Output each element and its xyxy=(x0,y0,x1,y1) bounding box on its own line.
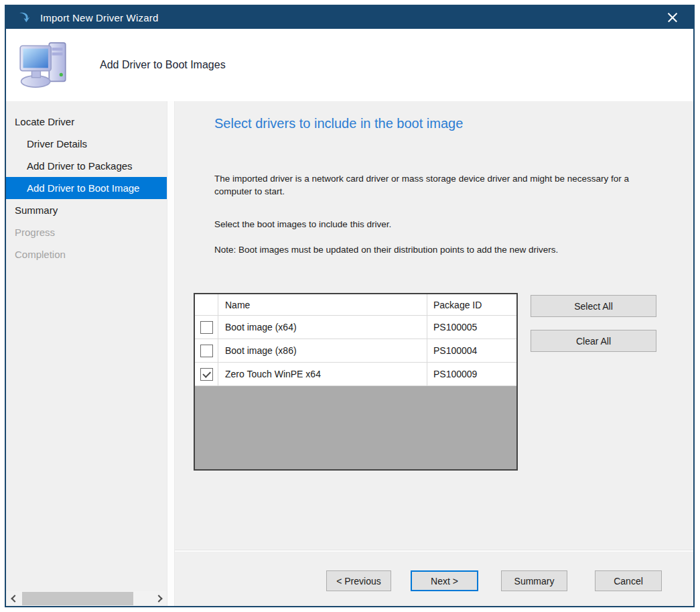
content-heading: Select drivers to include in the boot im… xyxy=(214,116,463,131)
package-id: PS100004 xyxy=(427,339,516,362)
footer-divider xyxy=(175,550,693,552)
scroll-left-button[interactable] xyxy=(6,591,21,606)
table-header-row: Name Package ID xyxy=(195,294,516,316)
select-all-button[interactable]: Select All xyxy=(531,295,656,317)
wizard-steps-sidebar: Locate Driver Driver Details Add Driver … xyxy=(6,101,167,606)
row-checkbox[interactable] xyxy=(200,321,213,334)
package-id: PS100009 xyxy=(427,363,516,385)
boot-image-name: Boot image (x64) xyxy=(218,316,427,339)
intro-text: The imported driver is a network card dr… xyxy=(214,172,659,198)
wizard-header: Add Driver to Boot Images xyxy=(6,29,693,101)
close-button[interactable] xyxy=(657,6,688,29)
sidebar-item-label: Progress xyxy=(15,227,55,238)
next-button[interactable]: Next > xyxy=(411,570,478,591)
sidebar-item-label: Summary xyxy=(15,204,58,216)
chevron-right-icon xyxy=(155,595,162,602)
summary-button[interactable]: Summary xyxy=(501,570,567,591)
content-pane: Select drivers to include in the boot im… xyxy=(175,101,693,606)
sidebar-item-completion[interactable]: Completion xyxy=(6,243,167,265)
scrollbar-thumb[interactable] xyxy=(22,592,133,605)
boot-image-name: Boot image (x86) xyxy=(218,339,427,362)
sidebar-item-label: Add Driver to Boot Image xyxy=(27,182,139,194)
page-title: Add Driver to Boot Images xyxy=(100,59,226,71)
package-id-column-header: Package ID xyxy=(427,294,516,315)
instruction-text: Select the boot images to include this d… xyxy=(214,218,659,231)
sidebar-item-locate-driver[interactable]: Locate Driver xyxy=(6,111,167,133)
window-title: Import New Driver Wizard xyxy=(40,12,657,23)
boot-images-table: Name Package ID Boot image (x64) PS10000… xyxy=(194,293,518,471)
sidebar-item-progress[interactable]: Progress xyxy=(6,221,167,243)
previous-button[interactable]: < Previous xyxy=(326,570,391,591)
scroll-right-button[interactable] xyxy=(152,591,167,606)
sidebar-item-label: Locate Driver xyxy=(15,116,74,127)
sidebar-horizontal-scrollbar[interactable] xyxy=(6,591,167,606)
sidebar-content-divider xyxy=(167,101,175,606)
checkbox-column-header xyxy=(195,294,218,315)
table-empty-area xyxy=(195,386,516,469)
sidebar-item-add-driver-to-packages[interactable]: Add Driver to Packages xyxy=(6,155,167,177)
sidebar-item-label: Driver Details xyxy=(27,138,87,149)
sidebar-item-summary[interactable]: Summary xyxy=(6,199,167,221)
wizard-window: Import New Driver Wizard xyxy=(5,5,695,607)
chevron-left-icon xyxy=(11,595,18,602)
package-id: PS100005 xyxy=(427,316,516,339)
table-row[interactable]: Zero Touch WinPE x64 PS100009 xyxy=(195,363,516,386)
table-row[interactable]: Boot image (x86) PS100004 xyxy=(195,339,516,363)
title-bar: Import New Driver Wizard xyxy=(6,6,693,29)
sidebar-item-add-driver-to-boot-image[interactable]: Add Driver to Boot Image xyxy=(6,177,167,199)
sidebar-item-label: Add Driver to Packages xyxy=(27,160,133,172)
row-checkbox[interactable] xyxy=(200,368,213,381)
row-checkbox[interactable] xyxy=(200,345,213,357)
sidebar-item-label: Completion xyxy=(15,249,66,260)
table-row[interactable]: Boot image (x64) PS100005 xyxy=(195,316,516,339)
note-text: Note: Boot images must be updated on the… xyxy=(214,243,670,256)
cancel-button[interactable]: Cancel xyxy=(595,570,662,591)
wizard-body: Locate Driver Driver Details Add Driver … xyxy=(6,101,693,606)
import-arrow-icon xyxy=(17,10,31,25)
boot-image-name: Zero Touch WinPE x64 xyxy=(218,363,427,385)
computer-icon xyxy=(15,34,77,96)
clear-all-button[interactable]: Clear All xyxy=(531,330,656,352)
sidebar-item-driver-details[interactable]: Driver Details xyxy=(6,133,167,155)
name-column-header: Name xyxy=(218,294,427,315)
